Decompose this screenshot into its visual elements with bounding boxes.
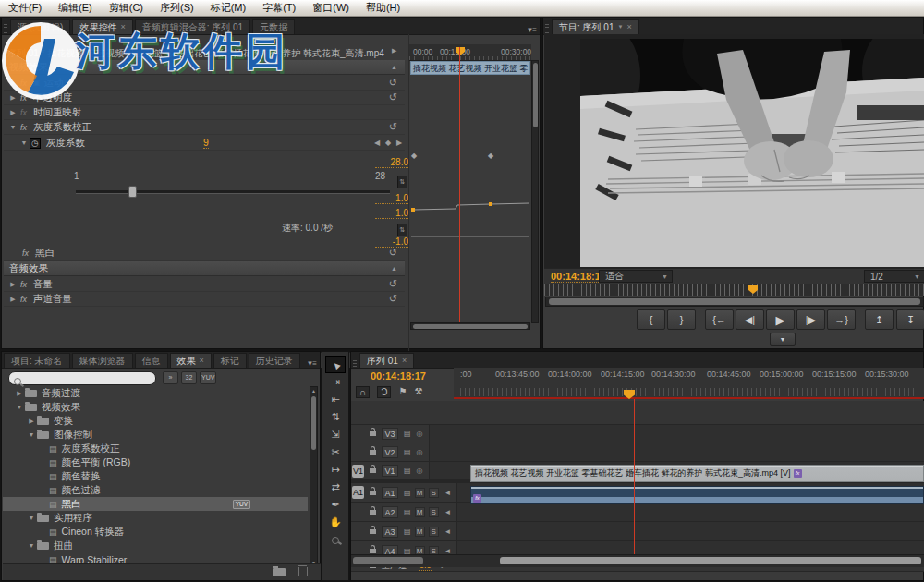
tab-program[interactable]: 节目: 序列 01 ▼ × bbox=[552, 19, 639, 34]
transport-button-6[interactable]: →} bbox=[827, 309, 856, 330]
speaker-icon[interactable]: ◄ bbox=[444, 508, 452, 516]
collapse-icon[interactable]: ▲ bbox=[391, 64, 397, 70]
snap-icon[interactable]: ∩ bbox=[356, 386, 370, 398]
add-marker-icon[interactable]: ⚑ bbox=[398, 386, 407, 398]
tab-信息[interactable]: 信息 bbox=[135, 353, 168, 368]
ec-v-scrollbar[interactable] bbox=[531, 60, 539, 323]
mute-button[interactable]: M bbox=[415, 488, 425, 498]
tab-音频剪辑混合器: 序列 01[interactable]: 音频剪辑混合器: 序列 01 bbox=[135, 19, 250, 34]
panel-grip[interactable] bbox=[353, 357, 357, 367]
pm-mini-ruler[interactable] bbox=[544, 284, 924, 296]
tab-标记[interactable]: 标记 bbox=[213, 353, 247, 368]
reset-icon[interactable]: ↺ bbox=[389, 91, 397, 103]
stopwatch-icon[interactable]: ◷ bbox=[30, 138, 41, 149]
transport-button-3[interactable]: ◀| bbox=[736, 309, 764, 330]
value-max[interactable]: 28.0 bbox=[375, 157, 408, 168]
lock-icon[interactable] bbox=[370, 468, 376, 473]
scale-dropdown[interactable]: 1/2 ▼ bbox=[864, 270, 924, 283]
hand-tool[interactable]: ✋ bbox=[325, 514, 346, 531]
expander-icon[interactable]: ▶ bbox=[7, 281, 18, 288]
track-style-icon[interactable]: ▤ bbox=[404, 448, 411, 456]
expander-icon[interactable]: ▼ bbox=[18, 139, 30, 146]
extract-button[interactable]: ↧ bbox=[896, 309, 924, 330]
menu-item[interactable]: 文件(F) bbox=[0, 1, 50, 15]
audio-effects-section[interactable]: 音频效果 ▲ bbox=[4, 261, 405, 276]
project-scrollbar[interactable]: ▲ ▼ bbox=[310, 386, 318, 567]
lift-button[interactable]: ↥ bbox=[865, 309, 894, 330]
eye-icon[interactable]: ◎ bbox=[417, 467, 423, 475]
transport-button-5[interactable]: |▶ bbox=[796, 309, 825, 330]
value-2[interactable]: 1.0 bbox=[375, 208, 408, 219]
slip-tool[interactable]: ↦ bbox=[325, 461, 346, 479]
tab-元数据[interactable]: 元数据 bbox=[252, 19, 295, 34]
pen-tool[interactable]: ✒ bbox=[325, 496, 346, 514]
keyframe-icon[interactable]: ◆ bbox=[488, 152, 493, 160]
menu-item[interactable]: 标记(M) bbox=[202, 1, 255, 15]
panel-menu-icon[interactable]: ▼≡ bbox=[526, 26, 536, 34]
reset-icon[interactable]: ↺ bbox=[389, 77, 397, 89]
tree-item-Cineon 转换器[interactable]: ▤Cineon 转换器 bbox=[3, 525, 308, 539]
transport-button-1[interactable]: } bbox=[667, 309, 696, 330]
reset-icon[interactable]: ↺ bbox=[389, 247, 397, 259]
gamma-param-row[interactable]: ▼ ◷ 灰度系数 9 ◀ ◆ ▶ bbox=[4, 136, 405, 151]
track-style-icon[interactable]: ▤ bbox=[404, 489, 411, 497]
speaker-icon[interactable]: ◄ bbox=[444, 489, 452, 497]
rolling-edit-tool[interactable]: ⇅ bbox=[325, 408, 346, 426]
next-keyframe-icon[interactable]: ▶ bbox=[396, 139, 402, 147]
menu-item[interactable]: 编辑(E) bbox=[50, 1, 101, 15]
tab-源:(无剪辑)[interactable]: 源:(无剪辑) bbox=[10, 19, 70, 34]
speaker-icon[interactable]: ◄ bbox=[444, 527, 452, 536]
razor-tool[interactable]: ✂ bbox=[325, 443, 346, 461]
tree-item-实用程序[interactable]: ▼实用程序 bbox=[3, 511, 308, 525]
track-name[interactable]: V1 bbox=[382, 465, 398, 477]
timeline-scrollbar[interactable] bbox=[351, 554, 924, 567]
track-header-A2[interactable]: A2▤MS◄ bbox=[351, 503, 924, 522]
lock-icon[interactable] bbox=[370, 529, 376, 534]
zoom-tool[interactable] bbox=[325, 531, 346, 549]
tree-item-颜色过滤[interactable]: ▤颜色过滤 bbox=[3, 483, 308, 497]
tree-item-颜色替换[interactable]: ▤颜色替换 bbox=[3, 469, 308, 483]
close-icon[interactable]: × bbox=[120, 20, 125, 34]
solo-button[interactable]: S bbox=[429, 488, 439, 498]
expander-icon[interactable]: ▶ bbox=[7, 79, 18, 87]
effect-row[interactable]: ▼fx灰度系数校正↺ bbox=[4, 120, 405, 135]
keyframe-icon[interactable]: ◆ bbox=[411, 152, 417, 160]
tree-item-视频效果[interactable]: ▼视频效果 bbox=[3, 400, 308, 414]
value-drag-icon[interactable]: ⇅ bbox=[397, 176, 407, 188]
eye-icon[interactable]: ◎ bbox=[417, 430, 423, 438]
tree-item-图像控制[interactable]: ▼图像控制 bbox=[3, 428, 308, 442]
expander-icon[interactable]: ▶ bbox=[26, 418, 37, 425]
menu-item[interactable]: 帮助(H) bbox=[358, 1, 408, 15]
expander-icon[interactable]: ▶ bbox=[14, 390, 25, 397]
track-name[interactable]: A2 bbox=[382, 506, 398, 518]
lock-icon[interactable] bbox=[370, 510, 376, 515]
filter-badge-»[interactable]: » bbox=[163, 371, 178, 384]
search-input[interactable] bbox=[8, 371, 156, 385]
mute-button[interactable]: M bbox=[415, 527, 425, 537]
tab-项目: 未命名[interactable]: 项目: 未命名 bbox=[4, 353, 70, 368]
add-keyframe-icon[interactable]: ◆ bbox=[385, 139, 391, 147]
value-min[interactable]: -1.0 bbox=[375, 236, 408, 248]
slide-tool[interactable]: ⇄ bbox=[325, 479, 346, 496]
track-header-V3[interactable]: V3▤◎ bbox=[351, 425, 924, 443]
video-clip[interactable]: 插花视频 花艺视频 开业花篮 零基础花艺 婚车插花 鲜花的养护 韩式花束_高清.… bbox=[470, 465, 924, 482]
eye-icon[interactable]: ◎ bbox=[417, 448, 423, 456]
selection-tool[interactable]: ▲ bbox=[325, 356, 346, 373]
timeline-ruler[interactable]: :0000:13:45:0000:14:00:0000:14:15:0000:1… bbox=[454, 368, 924, 399]
track-style-icon[interactable]: ▤ bbox=[404, 508, 411, 516]
expander-icon[interactable]: ▶ bbox=[7, 94, 18, 102]
lock-icon[interactable] bbox=[370, 450, 376, 455]
solo-button[interactable]: S bbox=[429, 527, 439, 537]
value-drag-icon[interactable]: ⇅ bbox=[397, 224, 407, 236]
solo-button[interactable]: S bbox=[429, 507, 439, 517]
menu-item[interactable]: 字幕(T) bbox=[254, 1, 304, 15]
ec-h-scrollbar[interactable] bbox=[410, 322, 530, 330]
tab-效果[interactable]: 效果× bbox=[170, 353, 212, 368]
tree-item-音频过渡[interactable]: ▶音频过渡 bbox=[3, 386, 308, 400]
tree-item-变换[interactable]: ▶变换 bbox=[3, 414, 308, 428]
track-name[interactable]: V3 bbox=[382, 428, 398, 440]
video-effects-section[interactable]: 视频效果 ▲ bbox=[4, 60, 405, 75]
expander-icon[interactable]: ▼ bbox=[26, 515, 37, 521]
close-icon[interactable]: × bbox=[402, 354, 407, 368]
panel-grip[interactable] bbox=[545, 23, 549, 33]
